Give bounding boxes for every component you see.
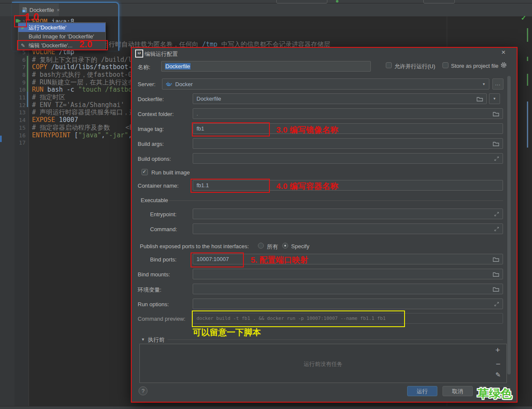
- bind-mounts-label: Bind mounts:: [138, 271, 170, 278]
- ide-screen: D Dockerfile × 1 2 3 4 5 6 7 8 9 10 11 1…: [0, 0, 532, 409]
- code-line-7: COPY /build/libs/fastboot-0.0.: [32, 64, 147, 71]
- env-vars-input[interactable]: [193, 284, 503, 294]
- run-built-image-checkbox[interactable]: [142, 169, 148, 175]
- code-line-14: EXPOSE 10007: [32, 116, 78, 124]
- command-preview-label: Command preview:: [138, 316, 185, 322]
- radio-specify[interactable]: [282, 243, 288, 249]
- folder-icon[interactable]: [493, 141, 499, 146]
- command-input[interactable]: [193, 223, 503, 234]
- dockerfile-input[interactable]: Dockerfile: [193, 93, 487, 104]
- code-line-15: # 指定容器启动程序及参数 <ENTR: [32, 124, 145, 132]
- expand-icon[interactable]: [494, 316, 499, 321]
- server-label: Server:: [138, 81, 156, 87]
- error-stripe-mark: [527, 74, 528, 86]
- before-launch-label: 执行前: [148, 336, 165, 344]
- radio-specify-label: Specify: [291, 243, 309, 249]
- line-number: 12: [14, 102, 26, 109]
- allow-parallel-checkbox[interactable]: [386, 62, 392, 68]
- entrypoint-input[interactable]: [193, 209, 503, 219]
- expand-icon[interactable]: [494, 212, 499, 217]
- bind-mounts-input[interactable]: [193, 269, 503, 279]
- allow-parallel-label: 允许并行运行(U): [394, 63, 435, 70]
- name-label: 名称:: [138, 64, 150, 71]
- server-value: Docker: [175, 81, 193, 87]
- gear-icon[interactable]: [500, 62, 507, 68]
- code-line-6: # 复制上下文目录下的 /build/libs: [32, 56, 143, 64]
- run-config-combo[interactable]: [276, 0, 327, 3]
- run-options-input[interactable]: [193, 299, 503, 309]
- annotation-step3: 3.0 编写镜像名称: [276, 125, 338, 136]
- section-divider: [168, 339, 503, 340]
- radio-all-label: 所有: [267, 243, 278, 251]
- help-button[interactable]: ?: [139, 386, 147, 395]
- annotation-step5: 5. 配置端口映射: [251, 255, 308, 266]
- folder-icon[interactable]: [493, 111, 499, 116]
- run-button[interactable]: 运行: [407, 386, 437, 396]
- collapse-triangle-icon[interactable]: [141, 337, 145, 342]
- expand-icon[interactable]: [494, 302, 499, 307]
- no-tasks-text: 运行前没有任务: [140, 360, 506, 368]
- dockerfile-label: Dockerfile:: [138, 96, 164, 102]
- vcs-added-marker: [27, 56, 28, 92]
- bind-ports-label: Bind ports:: [150, 256, 176, 263]
- before-launch-task-list[interactable]: 运行前没有任务: [139, 344, 507, 383]
- code-line-11: # 指定时区: [32, 94, 65, 102]
- publish-ports-label: Publish exposed ports to the host interf…: [140, 243, 249, 249]
- server-more-button[interactable]: ...: [492, 78, 503, 90]
- error-stripe-mark: [527, 28, 528, 42]
- code-line-9: # RUN新建立一层，在其上执行这些命: [32, 79, 141, 87]
- annotation-box-container-name: [191, 179, 270, 193]
- dockerfile-dropdown-button[interactable]: [489, 93, 500, 104]
- dialog-scrollbar[interactable]: [507, 76, 511, 374]
- close-icon[interactable]: ×: [501, 48, 506, 57]
- code-line-16: ENTRYPOINT ["java","-jar","fa: [32, 132, 144, 139]
- rail-selection-mark: [0, 136, 2, 142]
- line-number: 14: [14, 116, 26, 124]
- code-line-13: # 声明运行时容器提供服务端口，这只: [32, 109, 142, 116]
- annotation-box-edit-item: [17, 40, 108, 50]
- run-built-image-label: Run built image: [151, 169, 190, 176]
- add-task-icon[interactable]: +: [495, 345, 500, 355]
- docker-icon: [166, 82, 172, 87]
- expand-icon[interactable]: [494, 156, 499, 161]
- line-number: 7: [14, 64, 26, 71]
- annotation-box-bind-ports: [191, 252, 244, 267]
- line-number: 6: [14, 56, 26, 64]
- folder-icon[interactable]: [493, 287, 499, 292]
- expand-icon[interactable]: [494, 226, 499, 232]
- build-args-input[interactable]: [193, 138, 503, 149]
- code-line-10: RUN bash -c "touch /fastboot-: [32, 86, 144, 94]
- dockerfile-value: Dockerfile: [197, 96, 221, 102]
- inspections-ok-icon[interactable]: ✓: [521, 14, 526, 22]
- line-number: 8: [14, 71, 26, 79]
- folder-icon[interactable]: [493, 272, 499, 277]
- annotation-box-image-tag: [192, 122, 270, 136]
- toolbar-combo[interactable]: [423, 0, 455, 3]
- name-input[interactable]: Dockerfile: [161, 61, 371, 72]
- entrypoint-label: Entrypoint:: [150, 211, 176, 218]
- cancel-button[interactable]: 取消: [442, 386, 473, 396]
- edit-task-icon[interactable]: ✎: [495, 371, 501, 379]
- executable-section-label: Executable: [141, 197, 168, 203]
- radio-all-interfaces[interactable]: [258, 243, 264, 249]
- right-margin-guide: [447, 16, 447, 47]
- build-args-label: Build args:: [138, 141, 164, 147]
- context-folder-label: Context folder:: [138, 111, 174, 117]
- annotation-green-note: 草绿色: [477, 386, 512, 401]
- folder-icon[interactable]: [493, 257, 499, 262]
- folder-icon[interactable]: [477, 96, 483, 102]
- remove-task-icon[interactable]: −: [496, 360, 500, 369]
- build-options-input[interactable]: [193, 153, 503, 164]
- server-select[interactable]: Docker: [162, 78, 489, 90]
- scrollbar-thumb-mark[interactable]: [527, 102, 528, 148]
- section-divider: [169, 200, 503, 201]
- menu-item-run[interactable]: 运行'Dockerfile': [18, 23, 105, 32]
- command-label: Command:: [150, 226, 177, 232]
- context-folder-input[interactable]: .: [193, 108, 503, 119]
- annotation-script-note: 可以留意一下脚本: [193, 327, 261, 338]
- error-stripe-mark: [527, 57, 528, 61]
- line-number: 9: [14, 79, 26, 87]
- run-button-icon[interactable]: [336, 0, 338, 3]
- code-line-8: # bash方式执行，使fastboot-0.0.: [32, 71, 144, 79]
- store-project-file-checkbox[interactable]: [442, 62, 448, 68]
